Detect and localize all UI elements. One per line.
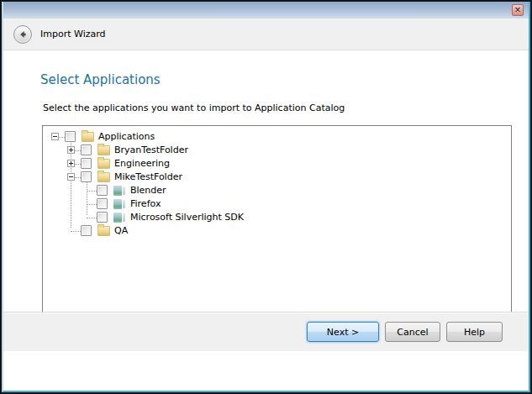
application-icon	[113, 213, 125, 223]
left-arrow-icon	[17, 29, 29, 40]
expand-icon[interactable]	[67, 146, 75, 154]
checkbox[interactable]	[97, 185, 108, 196]
checkbox[interactable]	[81, 144, 92, 155]
checkbox[interactable]	[81, 225, 92, 236]
tree-item-label[interactable]: QA	[114, 225, 128, 236]
collapse-icon[interactable]	[67, 173, 75, 181]
tree-item-qa: QA	[43, 224, 511, 238]
wizard-footer: Next > Cancel Help	[3, 312, 529, 351]
tree-item-firefox: Firefox	[43, 197, 511, 211]
folder-icon	[82, 132, 94, 142]
tree-item-label[interactable]: Microsoft Silverlight SDK	[130, 212, 244, 223]
folder-icon	[97, 226, 110, 236]
page-title: Select Applications	[40, 72, 161, 87]
tree-item-blender: Blender	[43, 184, 511, 197]
checkbox[interactable]	[81, 158, 92, 169]
import-wizard-window: × Import Wizard Select Applications Sele…	[0, 0, 532, 394]
cancel-button[interactable]: Cancel	[385, 322, 440, 342]
folder-icon	[97, 145, 110, 155]
checkbox[interactable]	[65, 131, 76, 142]
tree-item-microsoft-silverlight-sdk: Microsoft Silverlight SDK	[43, 211, 511, 224]
tree-item-bryantestfolder: BryanTestFolder	[43, 144, 511, 157]
tree-item-label[interactable]: Engineering	[114, 158, 170, 169]
folder-icon	[97, 159, 110, 169]
tree-item-label[interactable]: MikeTestFolder	[114, 171, 182, 182]
tree-item-label[interactable]: Blender	[130, 185, 166, 196]
checkbox[interactable]	[97, 212, 108, 223]
folder-icon	[97, 172, 110, 182]
checkbox[interactable]	[81, 171, 92, 182]
application-icon	[113, 199, 125, 209]
tree-item-engineering: Engineering	[43, 157, 511, 171]
expand-icon[interactable]	[67, 160, 75, 167]
back-button[interactable]	[13, 25, 32, 44]
page-content: Select Applications Select the applicati…	[3, 50, 529, 351]
tree-item-miketestfolder: MikeTestFolder	[43, 171, 511, 184]
tree-item-label[interactable]: Applications	[98, 131, 155, 142]
wizard-title: Import Wizard	[40, 29, 106, 39]
checkbox[interactable]	[97, 198, 108, 209]
applications-tree-panel: Applications BryanTestFolder	[42, 125, 512, 335]
window-frame: × Import Wizard Select Applications Sele…	[2, 2, 530, 392]
collapse-icon[interactable]	[51, 133, 59, 140]
applications-tree: Applications BryanTestFolder	[43, 126, 511, 238]
tree-item-applications: Applications	[43, 130, 511, 144]
wizard-header: Import Wizard	[3, 18, 529, 50]
tree-item-label[interactable]: Firefox	[130, 198, 161, 209]
close-icon: ×	[514, 6, 521, 14]
tree-item-label[interactable]: BryanTestFolder	[114, 144, 188, 155]
titlebar: ×	[3, 2, 529, 18]
page-subtitle: Select the applications you want to impo…	[43, 102, 345, 113]
close-button[interactable]: ×	[512, 4, 524, 16]
next-button[interactable]: Next >	[307, 322, 379, 342]
application-icon	[113, 186, 125, 196]
help-button[interactable]: Help	[446, 322, 503, 342]
